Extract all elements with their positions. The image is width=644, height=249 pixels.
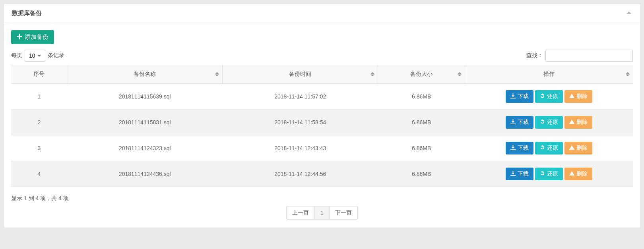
panel-body: 添加备份 每页 10 条记录 查找： 序号 (4, 23, 640, 228)
delete-label: 删除 (576, 145, 588, 152)
length-prefix: 每页 (11, 52, 22, 59)
col-size[interactable]: 备份大小 (378, 65, 465, 84)
refresh-icon (540, 93, 545, 100)
page-length-control: 每页 10 条记录 (11, 50, 64, 62)
download-label: 下载 (518, 145, 529, 152)
page-length-select[interactable]: 10 (25, 50, 45, 62)
restore-label: 还原 (547, 93, 558, 100)
cell-actions: 下载还原删除 (465, 161, 633, 187)
download-icon (510, 119, 516, 125)
cell-index: 4 (11, 161, 67, 187)
cell-index: 1 (11, 84, 67, 110)
table-row: 420181114124436.sql2018-11-14 12:44:566.… (11, 161, 633, 187)
col-index[interactable]: 序号 (11, 65, 67, 84)
delete-label: 删除 (576, 170, 588, 178)
sort-icon (215, 72, 219, 77)
length-suffix: 条记录 (48, 52, 64, 59)
panel-header: 数据库备份 (4, 4, 640, 23)
refresh-icon (540, 119, 545, 125)
download-label: 下载 (518, 119, 529, 126)
cell-name: 20181114115831.sql (67, 110, 223, 135)
cell-name: 20181114124436.sql (67, 161, 223, 187)
cell-actions: 下载还原删除 (465, 110, 633, 135)
delete-button[interactable]: 删除 (564, 116, 592, 129)
cell-size: 6.86MB (378, 161, 465, 187)
sort-icon (458, 72, 462, 77)
col-name-label: 备份名称 (134, 71, 156, 77)
cell-time: 2018-11-14 11:57:02 (223, 84, 378, 110)
plus-icon (17, 34, 22, 41)
search-input[interactable] (545, 50, 633, 62)
restore-button[interactable]: 还原 (535, 168, 563, 180)
table-controls: 每页 10 条记录 查找： (11, 50, 633, 62)
download-label: 下载 (518, 170, 529, 178)
delete-button[interactable]: 删除 (564, 168, 592, 180)
table-row: 320181114124323.sql2018-11-14 12:43:436.… (11, 135, 633, 161)
add-backup-label: 添加备份 (25, 33, 48, 41)
col-time-label: 备份时间 (289, 71, 311, 77)
sort-icon (626, 72, 630, 77)
cell-index: 3 (11, 135, 67, 161)
restore-label: 还原 (547, 170, 558, 178)
backup-panel: 数据库备份 添加备份 每页 10 条记录 (4, 4, 640, 228)
table-row: 120181114115639.sql2018-11-14 11:57:026.… (11, 84, 633, 110)
page-1-button[interactable]: 1 (315, 206, 330, 220)
col-index-label: 序号 (33, 71, 45, 77)
delete-label: 删除 (576, 119, 588, 126)
cell-name: 20181114115639.sql (67, 84, 223, 110)
warning-icon (569, 93, 574, 100)
toolbar: 添加备份 (11, 30, 633, 44)
download-icon (510, 93, 516, 100)
warning-icon (569, 119, 574, 125)
delete-label: 删除 (576, 93, 588, 100)
download-button[interactable]: 下载 (506, 90, 533, 103)
download-icon (510, 171, 516, 177)
next-page-button[interactable]: 下一页 (330, 206, 358, 220)
restore-button[interactable]: 还原 (535, 142, 563, 154)
col-size-label: 备份大小 (410, 71, 433, 77)
warning-icon (569, 171, 574, 177)
cell-size: 6.86MB (378, 84, 465, 110)
add-backup-button[interactable]: 添加备份 (11, 30, 54, 44)
warning-icon (569, 145, 574, 151)
download-icon (510, 145, 516, 151)
restore-button[interactable]: 还原 (535, 116, 563, 129)
table-row: 220181114115831.sql2018-11-14 11:58:546.… (11, 110, 633, 135)
cell-actions: 下载还原删除 (465, 84, 633, 110)
refresh-icon (540, 145, 545, 151)
chevron-up-icon (626, 11, 632, 17)
restore-label: 还原 (547, 119, 558, 126)
download-label: 下载 (518, 93, 529, 100)
restore-button[interactable]: 还原 (535, 90, 563, 103)
backup-table: 序号 备份名称 备份时间 备份大小 操作 (11, 65, 633, 187)
sort-icon (370, 72, 374, 77)
download-button[interactable]: 下载 (506, 116, 533, 129)
cell-time: 2018-11-14 12:44:56 (223, 161, 378, 187)
search-label: 查找： (526, 52, 543, 59)
cell-time: 2018-11-14 11:58:54 (223, 110, 378, 135)
search-control: 查找： (526, 50, 633, 62)
prev-page-button[interactable]: 上一页 (286, 206, 315, 220)
col-time[interactable]: 备份时间 (223, 65, 378, 84)
col-name[interactable]: 备份名称 (67, 65, 223, 84)
refresh-icon (540, 171, 545, 177)
cell-name: 20181114124323.sql (67, 135, 223, 161)
download-button[interactable]: 下载 (506, 142, 533, 154)
collapse-toggle[interactable] (626, 10, 632, 17)
cell-actions: 下载还原删除 (465, 135, 633, 161)
table-info: 显示 1 到 4 项，共 4 项 (11, 195, 633, 202)
panel-title: 数据库备份 (12, 10, 42, 17)
delete-button[interactable]: 删除 (564, 90, 592, 103)
delete-button[interactable]: 删除 (564, 142, 592, 154)
pagination: 上一页 1 下一页 (11, 206, 633, 220)
col-actions[interactable]: 操作 (465, 65, 633, 84)
cell-size: 6.86MB (378, 110, 465, 135)
download-button[interactable]: 下载 (506, 168, 533, 180)
restore-label: 还原 (547, 145, 558, 152)
col-actions-label: 操作 (543, 71, 555, 77)
cell-time: 2018-11-14 12:43:43 (223, 135, 378, 161)
cell-size: 6.86MB (378, 135, 465, 161)
cell-index: 2 (11, 110, 67, 135)
